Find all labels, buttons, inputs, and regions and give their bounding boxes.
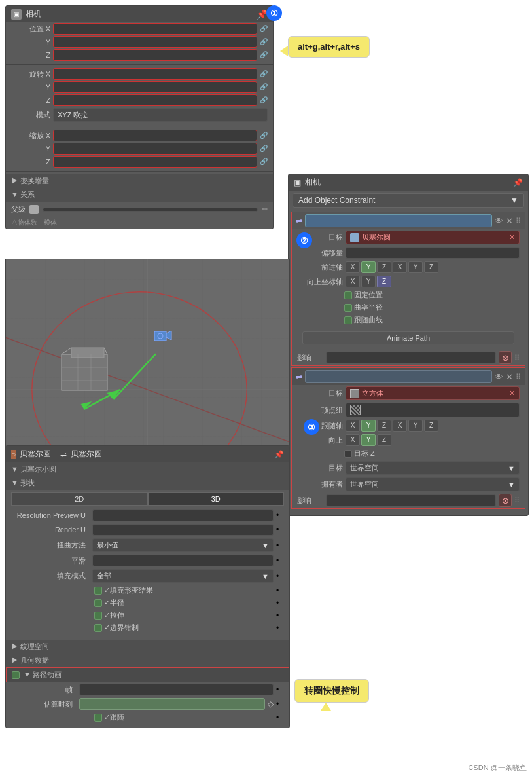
track-up-y-btn[interactable]: Y xyxy=(361,434,376,446)
follow-path-target-clear[interactable]: ✕ xyxy=(509,233,515,242)
path-anim-section[interactable]: ▼ 路径动画 xyxy=(6,667,289,682)
vertex-field[interactable] xyxy=(346,403,520,417)
follow-path-name-input[interactable]: 跟随路径 xyxy=(305,214,492,227)
render-input[interactable]: 0 xyxy=(92,524,274,536)
parent-eyedropper-icon[interactable]: ✏ xyxy=(262,205,268,213)
shape-section[interactable]: ▼ 形状 xyxy=(6,476,289,490)
forward-z-btn[interactable]: Z xyxy=(377,261,391,273)
follow-path-del-btn[interactable]: ⊗ xyxy=(499,351,512,364)
follow-checkbox[interactable] xyxy=(94,714,102,722)
eval-row: 估算时刻 365.000 ◇ • xyxy=(6,697,289,711)
pos-y-input[interactable]: 0 m xyxy=(53,36,257,48)
tab-3d[interactable]: 3D xyxy=(148,492,285,506)
target-z-checkbox[interactable] xyxy=(344,450,352,458)
frames-input[interactable]: 200 xyxy=(79,684,274,695)
scale-z-input[interactable]: 1.000 xyxy=(53,156,257,168)
track-up-z-btn[interactable]: Z xyxy=(377,434,391,446)
forward-neg-x-btn[interactable]: X xyxy=(393,261,407,273)
fill-select[interactable]: 全部 ▼ xyxy=(92,569,274,583)
bezier-data-section[interactable]: ▼ 贝塞尔小圆 xyxy=(6,462,289,476)
half-radius-checkbox[interactable] xyxy=(94,599,102,607)
boundary-checkbox[interactable] xyxy=(94,624,102,632)
boundary-cb[interactable]: ✓边界钳制 xyxy=(94,623,139,633)
smooth-input[interactable]: 0.00 xyxy=(92,555,274,566)
stretch-checkbox[interactable] xyxy=(94,612,102,620)
eval-keyframe-icon[interactable]: ◇ xyxy=(268,699,274,709)
track-to-name-input[interactable]: 标准跟随 xyxy=(305,370,492,383)
texture-space-section[interactable]: ▶ 纹理空间 xyxy=(6,640,289,654)
right-panel-pin[interactable]: 📌 xyxy=(513,178,523,187)
fill-deform-cb[interactable]: ✓填充形变结果 xyxy=(94,585,153,595)
follow-path-target-field[interactable]: 贝塞尔圆 ✕ xyxy=(346,231,520,244)
forward-neg-z-btn[interactable]: Z xyxy=(424,261,438,273)
follow-cb[interactable]: ✓跟随 xyxy=(94,713,124,722)
tab-2d[interactable]: 2D xyxy=(11,492,148,506)
track-to-icon: ⇌ xyxy=(296,372,302,381)
follow-path-delete-icon[interactable]: ✕ xyxy=(506,216,513,226)
track-drag[interactable]: ⠿ xyxy=(514,496,520,505)
forward-x-btn[interactable]: X xyxy=(346,261,360,273)
add-constraint-button[interactable]: Add Object Constraint ▼ xyxy=(293,193,524,208)
eval-input[interactable]: 365.000 xyxy=(79,698,265,710)
track-to-drag[interactable]: ⠿ xyxy=(516,373,521,381)
twist-val: 最小值 xyxy=(97,540,118,550)
stretch-cb[interactable]: ✓拉伸 xyxy=(94,610,124,620)
fixed-pos-cb[interactable]: 固定位置 xyxy=(344,290,383,300)
track-del-btn[interactable]: ⊗ xyxy=(499,494,512,507)
fill-label: 填充模式 xyxy=(11,571,90,581)
animate-path-button[interactable]: Animate Path xyxy=(302,331,514,344)
follow-path-drag2[interactable]: ⠿ xyxy=(514,354,520,362)
track-to-delete-icon[interactable]: ✕ xyxy=(506,372,513,382)
track-y-btn[interactable]: Y xyxy=(361,420,376,432)
delta-section[interactable]: ▶ 变换增量 xyxy=(6,174,273,188)
track-x-btn[interactable]: X xyxy=(346,420,360,432)
follow-path-offset-input[interactable]: 0.000 xyxy=(346,247,520,259)
follow-path-influence-input[interactable]: 1.000 xyxy=(326,352,496,363)
track-z-btn[interactable]: Z xyxy=(377,420,391,432)
up-y-btn[interactable]: Y xyxy=(361,276,376,287)
mode-select[interactable]: XYZ 欧拉 xyxy=(53,108,268,122)
up-x-btn[interactable]: X xyxy=(346,276,360,287)
curve-radius-cb[interactable]: 曲率半径 xyxy=(344,303,383,312)
track-neg-z-btn[interactable]: Z xyxy=(424,420,438,432)
track-influence-input[interactable]: 1.000 xyxy=(326,494,496,506)
follow-label: ✓跟随 xyxy=(104,713,124,722)
up-z-btn[interactable]: Z xyxy=(377,276,391,287)
forward-neg-y-btn[interactable]: Y xyxy=(408,261,423,273)
follow-path-drag-handle[interactable]: ⠿ xyxy=(516,217,521,225)
follow-path-eye-icon[interactable]: 👁 xyxy=(495,216,503,226)
forward-y-btn[interactable]: Y xyxy=(361,261,376,273)
parent-field[interactable] xyxy=(43,208,258,212)
geometry-data-section[interactable]: ▶ 几何数据 xyxy=(6,654,289,667)
relation-section[interactable]: ▼ 关系 xyxy=(6,188,273,202)
track-neg-x-btn[interactable]: X xyxy=(393,420,407,432)
owner-space-select[interactable]: 世界空间 ▼ xyxy=(346,477,520,491)
track-up-x-btn[interactable]: X xyxy=(346,434,360,446)
bezier-panel-pin[interactable]: 📌 xyxy=(274,450,284,459)
target-z-cb[interactable]: 目标 Z xyxy=(344,449,375,458)
fixed-pos-checkbox[interactable] xyxy=(344,291,352,299)
path-anim-label: ▼ 路径动画 xyxy=(24,670,62,680)
twist-select[interactable]: 最小值 ▼ xyxy=(92,538,274,552)
follow-curve-checkbox[interactable] xyxy=(344,316,352,324)
rot-y-input[interactable]: 0° xyxy=(53,81,257,93)
path-anim-checkbox[interactable] xyxy=(12,671,20,679)
pos-x-input[interactable]: 0 m xyxy=(53,23,257,35)
rot-x-input[interactable]: 0° xyxy=(53,68,257,80)
scale-x-input[interactable]: 1.000 xyxy=(53,130,257,141)
scale-y-input[interactable]: 1.000 xyxy=(53,143,257,155)
pos-z-input[interactable]: 0 m xyxy=(53,49,257,61)
track-to-target-clear[interactable]: ✕ xyxy=(509,389,515,398)
fill-deform-checkbox[interactable] xyxy=(94,587,102,595)
twist-row: 扭曲方法 最小值 ▼ • xyxy=(6,537,289,553)
track-to-eye-icon[interactable]: 👁 xyxy=(495,372,503,382)
track-to-target-field[interactable]: 立方体 ✕ xyxy=(346,386,520,400)
follow-curve-cb[interactable]: 跟随曲线 xyxy=(344,315,383,325)
rot-z-input[interactable]: 0° xyxy=(53,94,257,106)
track-neg-y-btn[interactable]: Y xyxy=(408,420,423,432)
curve-radius-checkbox[interactable] xyxy=(344,304,352,312)
res-prev-input[interactable]: 12 xyxy=(92,509,274,521)
half-radius-row: ✓半径 • xyxy=(6,597,289,609)
half-radius-cb[interactable]: ✓半径 xyxy=(94,598,124,608)
target-space-select[interactable]: 世界空间 ▼ xyxy=(346,461,520,475)
